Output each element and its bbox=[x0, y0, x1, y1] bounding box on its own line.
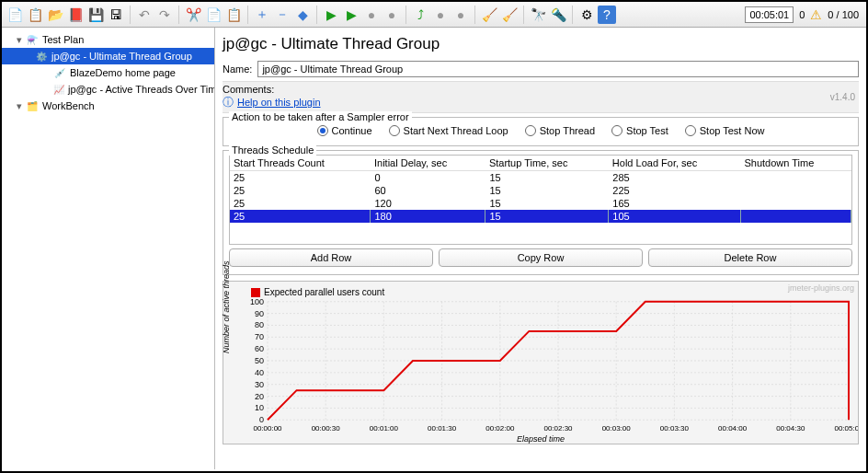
undo-icon[interactable]: ↶ bbox=[135, 6, 154, 24]
radio-start-next-thread-loop[interactable]: Start Next Thread Loop bbox=[389, 125, 508, 136]
svg-text:00:01:30: 00:01:30 bbox=[428, 424, 457, 433]
radio-stop-test[interactable]: Stop Test bbox=[611, 125, 668, 136]
name-input[interactable] bbox=[257, 61, 859, 77]
templates-icon[interactable]: 📋 bbox=[26, 6, 44, 24]
panel-title: jp@gc - Ultimate Thread Group bbox=[223, 31, 859, 61]
remote-shutdown-icon[interactable]: ● bbox=[451, 6, 470, 24]
svg-text:50: 50 bbox=[255, 356, 264, 365]
stop-icon[interactable]: ● bbox=[362, 6, 381, 24]
tree-item[interactable]: ⚙️jp@gc - Ultimate Thread Group bbox=[2, 48, 214, 64]
svg-text:40: 40 bbox=[255, 368, 264, 377]
shutdown-icon[interactable]: ● bbox=[383, 6, 401, 24]
function-icon[interactable]: ⚙ bbox=[577, 6, 596, 24]
new-file-icon[interactable]: 📄 bbox=[6, 6, 24, 24]
svg-text:00:01:00: 00:01:00 bbox=[370, 424, 399, 433]
svg-text:00:04:30: 00:04:30 bbox=[776, 424, 805, 433]
svg-text:60: 60 bbox=[255, 344, 264, 353]
close-icon[interactable]: 📕 bbox=[66, 6, 85, 24]
svg-text:0: 0 bbox=[259, 415, 264, 424]
svg-text:00:04:00: 00:04:00 bbox=[718, 424, 748, 433]
run-no-icon[interactable]: ▶ bbox=[342, 6, 360, 24]
name-label: Name: bbox=[223, 63, 252, 75]
svg-text:00:00:00: 00:00:00 bbox=[253, 424, 282, 433]
elapsed-time: 00:05:01 bbox=[745, 6, 794, 23]
remote-start-icon[interactable]: ⤴ bbox=[411, 6, 429, 24]
redo-icon[interactable]: ↷ bbox=[155, 6, 174, 24]
plugin-version: v1.4.0 bbox=[830, 92, 859, 102]
delete-row-button[interactable]: Delete Row bbox=[648, 248, 852, 267]
tree-item[interactable]: ▾⚗️Test Plan bbox=[2, 31, 214, 48]
remote-stop-icon[interactable]: ● bbox=[431, 6, 450, 24]
threads-schedule-group: Threads Schedule Start Threads CountInit… bbox=[223, 150, 859, 275]
threads-chart: jmeter-plugins.org Expected parallel use… bbox=[223, 281, 859, 444]
help-icon[interactable]: ? bbox=[598, 6, 616, 24]
svg-text:00:02:30: 00:02:30 bbox=[543, 424, 573, 433]
cut-icon[interactable]: ✂️ bbox=[184, 6, 202, 24]
radio-stop-thread[interactable]: Stop Thread bbox=[525, 125, 595, 136]
copy-icon[interactable]: 📄 bbox=[204, 6, 223, 24]
radio-continue[interactable]: Continue bbox=[317, 125, 372, 136]
tree-item[interactable]: ▾🗂️WorkBench bbox=[2, 98, 214, 114]
svg-text:90: 90 bbox=[255, 309, 264, 318]
table-row[interactable]: 256015225 bbox=[230, 184, 851, 197]
thread-ratio: 0 / 100 bbox=[824, 9, 862, 20]
svg-text:30: 30 bbox=[255, 380, 264, 389]
toggle-icon[interactable]: ◆ bbox=[293, 6, 312, 24]
open-icon[interactable]: 📂 bbox=[46, 6, 64, 24]
svg-text:00:03:00: 00:03:00 bbox=[602, 424, 632, 433]
svg-text:10: 10 bbox=[255, 403, 264, 412]
info-icon: ⓘ bbox=[223, 96, 234, 109]
svg-text:100: 100 bbox=[250, 297, 264, 306]
clear-all-icon[interactable]: 🧹 bbox=[500, 6, 519, 24]
svg-text:80: 80 bbox=[255, 320, 264, 329]
table-row[interactable]: 2512015165 bbox=[230, 197, 851, 210]
add-row-button[interactable]: Add Row bbox=[229, 248, 433, 267]
threads-schedule-title: Threads Schedule bbox=[229, 144, 316, 156]
svg-text:00:00:30: 00:00:30 bbox=[312, 424, 341, 433]
copy-row-button[interactable]: Copy Row bbox=[439, 248, 643, 267]
save-icon[interactable]: 💾 bbox=[86, 6, 105, 24]
reset-search-icon[interactable]: 🔦 bbox=[549, 6, 567, 24]
svg-text:00:02:00: 00:02:00 bbox=[485, 424, 515, 433]
svg-text:00:05:00: 00:05:00 bbox=[834, 424, 858, 433]
test-tree[interactable]: ▾⚗️Test Plan⚙️jp@gc - Ultimate Thread Gr… bbox=[2, 28, 215, 469]
table-row[interactable]: 25015285 bbox=[230, 171, 851, 185]
warning-icon[interactable]: ⚠ bbox=[810, 7, 822, 22]
paste-icon[interactable]: 📋 bbox=[224, 6, 243, 24]
warning-count: 0 bbox=[795, 9, 808, 20]
schedule-table[interactable]: Start Threads CountInitial Delay, secSta… bbox=[229, 155, 852, 245]
main-toolbar: 📄 📋 📂 📕 💾 🖫 ↶ ↷ ✂️ 📄 📋 ＋ － ◆ ▶ ▶ ● ● ⤴ ●… bbox=[2, 2, 866, 28]
run-icon[interactable]: ▶ bbox=[322, 6, 340, 24]
tree-item[interactable]: 📈jp@gc - Active Threads Over Time bbox=[2, 81, 214, 98]
search-icon[interactable]: 🔭 bbox=[529, 6, 547, 24]
editor-panel: jp@gc - Ultimate Thread Group Name: Comm… bbox=[215, 28, 866, 469]
x-axis-label: Elapsed time bbox=[517, 434, 565, 444]
sampler-error-title: Action to be taken after a Sampler error bbox=[229, 111, 412, 122]
table-row[interactable]: 2518015105 bbox=[230, 210, 851, 223]
svg-text:70: 70 bbox=[255, 332, 264, 341]
expand-icon[interactable]: ＋ bbox=[253, 6, 271, 24]
comments-label: Comments: bbox=[223, 84, 274, 95]
svg-text:00:03:30: 00:03:30 bbox=[660, 424, 690, 433]
help-link[interactable]: Help on this plugin bbox=[235, 97, 321, 108]
tree-item[interactable]: 💉BlazeDemo home page bbox=[2, 64, 214, 81]
svg-text:20: 20 bbox=[255, 392, 264, 401]
clear-icon[interactable]: 🧹 bbox=[480, 6, 498, 24]
save-as-icon[interactable]: 🖫 bbox=[107, 6, 125, 24]
sampler-error-group: Action to be taken after a Sampler error… bbox=[223, 117, 859, 146]
radio-stop-test-now[interactable]: Stop Test Now bbox=[685, 125, 765, 136]
collapse-icon[interactable]: － bbox=[273, 6, 291, 24]
